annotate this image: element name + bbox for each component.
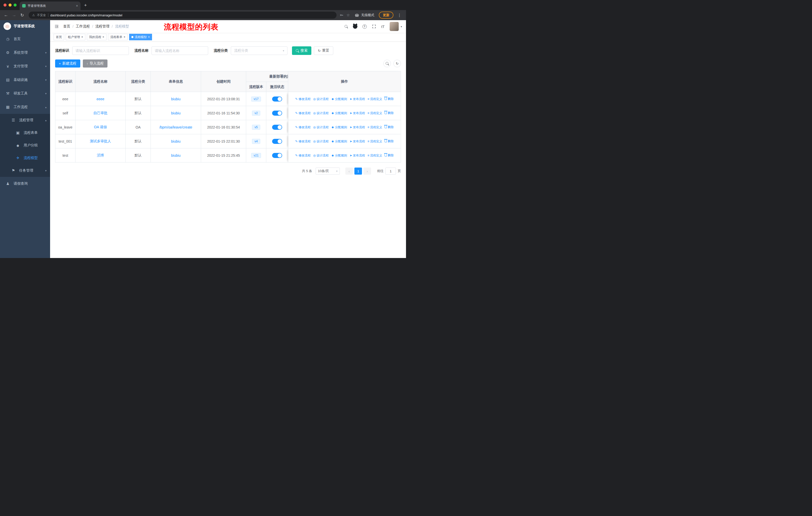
next-page-button[interactable]: › [364, 167, 371, 174]
modify-process-link[interactable]: ✎修改流程 [295, 97, 311, 101]
process-definition-link[interactable]: ≡流程定义 [368, 125, 382, 130]
bookmark-star-icon[interactable]: ☆ [347, 13, 350, 18]
reload-icon[interactable]: ↻ [19, 12, 26, 18]
window-minimize-button[interactable] [8, 3, 11, 6]
process-name-link[interactable]: OA 请假 [94, 125, 107, 129]
toggle-search-button[interactable] [383, 60, 391, 67]
active-toggle[interactable] [272, 125, 282, 130]
window-controls[interactable] [3, 3, 17, 6]
font-size-icon[interactable] [381, 24, 385, 29]
sidebar-item-leave-query[interactable]: ♟ 请假查询 [0, 177, 50, 190]
prev-page-button[interactable]: ‹ [345, 167, 353, 174]
breadcrumb-workflow[interactable]: 工作流程 [76, 24, 90, 29]
sidebar-item-infrastructure[interactable]: ▤ 基础设施 ▾ [0, 73, 50, 87]
modify-process-link[interactable]: ✎修改流程 [295, 154, 311, 158]
browser-update-button[interactable]: 更新 [379, 11, 394, 19]
browser-menu-icon[interactable]: ⋮ [397, 13, 403, 18]
sidebar-item-process-management[interactable]: ☰ 流程管理 ▴ [0, 114, 50, 127]
address-bar[interactable]: ⚠ 不安全 dashboard.yudao.iocoder.cn/bpm/man… [29, 11, 337, 19]
refresh-table-button[interactable]: ↻ [394, 60, 401, 67]
form-info-link[interactable]: biubiu [171, 154, 180, 158]
delete-link[interactable]: 删除 [385, 153, 394, 158]
sidebar-item-process-model[interactable]: ✈ 流程模型 [0, 152, 50, 164]
design-process-link[interactable]: ◎设计流程 [313, 97, 328, 101]
new-tab-button[interactable]: + [84, 2, 87, 8]
tag-tenant-management[interactable]: 租户管理 × [66, 34, 85, 40]
process-name-link[interactable]: eeee [96, 97, 104, 101]
process-name-input[interactable] [151, 46, 208, 55]
form-info-link[interactable]: biubiu [171, 111, 180, 115]
delete-link[interactable]: 删除 [385, 111, 394, 115]
window-zoom-button[interactable] [13, 3, 17, 6]
process-name-link[interactable]: 测试多审批人 [90, 139, 111, 143]
modify-process-link[interactable]: ✎修改流程 [295, 125, 311, 130]
github-icon[interactable] [353, 24, 357, 29]
page-size-select[interactable]: 10条/页 ▾ [316, 167, 340, 174]
create-process-button[interactable]: + 新建流程 [55, 59, 80, 67]
sidebar-item-user-group[interactable]: ☻ 用户分组 [0, 139, 50, 152]
goto-page-input[interactable] [385, 167, 396, 174]
publish-process-link[interactable]: ➤发布流程 [350, 154, 365, 158]
sidebar-collapse-icon[interactable] [54, 24, 59, 29]
design-process-link[interactable]: ◎设计流程 [313, 154, 328, 158]
tag-process-form[interactable]: 流程表单 × [108, 34, 127, 40]
import-process-button[interactable]: ↑ 导入流程 [83, 59, 108, 67]
help-icon[interactable] [362, 24, 367, 29]
back-icon[interactable]: ← [2, 12, 9, 18]
tag-my-process[interactable]: 我的流程 × [87, 34, 107, 40]
publish-process-link[interactable]: ➤发布流程 [350, 139, 365, 144]
key-icon[interactable] [340, 13, 344, 17]
delete-link[interactable]: 删除 [385, 97, 394, 101]
tag-close-icon[interactable]: × [81, 35, 83, 38]
window-close-button[interactable] [3, 3, 6, 6]
process-key-input[interactable] [72, 46, 129, 55]
sidebar-item-task-management[interactable]: ⚑ 任务管理 ▾ [0, 164, 50, 177]
breadcrumb-home[interactable]: 首页 [63, 24, 70, 29]
reset-button[interactable]: ↻ 重置 [314, 46, 333, 55]
tag-process-model[interactable]: 流程模型 × [129, 34, 152, 40]
sidebar-item-devtools[interactable]: ⚒ 研发工具 ▾ [0, 87, 50, 100]
assign-rule-link[interactable]: ☻分配规则 [331, 111, 347, 115]
publish-process-link[interactable]: ➤发布流程 [350, 125, 365, 130]
app-logo[interactable]: 芋道管理系统 [0, 20, 50, 32]
sidebar-item-home[interactable]: ◷ 首页 [0, 32, 50, 46]
search-button[interactable]: 搜索 [292, 46, 311, 55]
tag-close-icon[interactable]: × [148, 35, 150, 38]
sidebar-item-system[interactable]: ⚙ 系统管理 ▾ [0, 46, 50, 59]
breadcrumb-process-management[interactable]: 流程管理 [95, 24, 110, 29]
assign-rule-link[interactable]: ☻分配规则 [331, 97, 347, 101]
assign-rule-link[interactable]: ☻分配规则 [331, 139, 347, 144]
sidebar-item-workflow[interactable]: ▦ 工作流程 ▴ [0, 100, 50, 114]
process-definition-link[interactable]: ≡流程定义 [368, 111, 382, 115]
assign-rule-link[interactable]: ☻分配规则 [331, 125, 347, 130]
form-info-link[interactable]: biubiu [171, 139, 180, 143]
forward-icon[interactable]: → [10, 12, 18, 18]
active-toggle[interactable] [272, 139, 282, 144]
form-info-link[interactable]: /bpm/oa/leave/create [159, 125, 192, 129]
active-toggle[interactable] [272, 97, 282, 102]
process-definition-link[interactable]: ≡流程定义 [368, 139, 382, 144]
tag-close-icon[interactable]: × [123, 35, 125, 38]
category-select[interactable]: 流程分类 ▾ [231, 46, 287, 55]
publish-process-link[interactable]: ➤发布流程 [350, 111, 365, 115]
active-toggle[interactable] [272, 153, 282, 158]
search-icon[interactable] [345, 25, 348, 28]
tab-close-icon[interactable]: × [76, 4, 78, 7]
tag-close-icon[interactable]: × [103, 35, 104, 38]
user-avatar[interactable] [389, 22, 399, 31]
delete-link[interactable]: 删除 [385, 139, 394, 143]
publish-process-link[interactable]: ➤发布流程 [350, 97, 365, 101]
process-name-link[interactable]: 自己审批 [93, 111, 108, 115]
design-process-link[interactable]: ◎设计流程 [313, 125, 328, 130]
tag-home[interactable]: 首页 [54, 34, 64, 40]
active-toggle[interactable] [272, 111, 282, 116]
delete-link[interactable]: 删除 [385, 125, 394, 129]
browser-tab[interactable]: 芋道管理系统 × [20, 1, 81, 10]
form-info-link[interactable]: biubiu [171, 97, 180, 101]
design-process-link[interactable]: ◎设计流程 [313, 111, 328, 115]
design-process-link[interactable]: ◎设计流程 [313, 139, 328, 144]
modify-process-link[interactable]: ✎修改流程 [295, 139, 311, 144]
modify-process-link[interactable]: ✎修改流程 [295, 111, 311, 115]
process-definition-link[interactable]: ≡流程定义 [368, 154, 382, 158]
page-number-button[interactable]: 1 [354, 167, 362, 174]
